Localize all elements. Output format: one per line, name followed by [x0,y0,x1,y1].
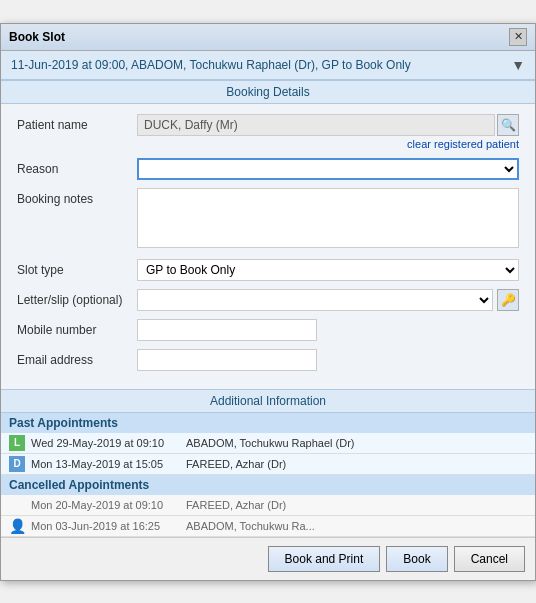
info-bar: 11-Jun-2019 at 09:00, ABADOM, Tochukwu R… [1,51,535,80]
letter-input-group: 🔑 [137,289,519,311]
past-appt-datetime-1: Wed 29-May-2019 at 09:10 [31,437,186,449]
letter-select[interactable] [137,289,493,311]
letter-icon-button[interactable]: 🔑 [497,289,519,311]
cancelled-appointments-title: Cancelled Appointments [1,475,535,495]
cancelled-appt-name-1: FAREED, Azhar (Dr) [186,499,286,511]
past-appt-datetime-2: Mon 13-May-2019 at 15:05 [31,458,186,470]
cancelled-appointment-row-2: 👤 Mon 03-Jun-2019 at 16:25 ABADOM, Tochu… [1,516,535,537]
booking-form: Patient name 🔍 clear registered patient … [1,104,535,389]
appointments-list-wrapper: Past Appointments L Wed 29-May-2019 at 0… [1,413,535,537]
cancel-button[interactable]: Cancel [454,546,525,572]
email-control [137,349,519,371]
past-appt-icon-2: D [9,456,25,472]
slot-type-row: Slot type GP to Book Only [17,259,519,281]
booking-notes-row: Booking notes [17,188,519,251]
cancelled-appt-datetime-2: Mon 03-Jun-2019 at 16:25 [31,520,186,532]
appointments-list[interactable]: Past Appointments L Wed 29-May-2019 at 0… [1,413,535,537]
close-button[interactable]: ✕ [509,28,527,46]
reason-row: Reason [17,158,519,180]
reason-label: Reason [17,158,137,176]
email-label: Email address [17,349,137,367]
patient-name-row: Patient name 🔍 clear registered patient [17,114,519,150]
past-appointment-row-2: D Mon 13-May-2019 at 15:05 FAREED, Azhar… [1,454,535,475]
mobile-field[interactable] [137,319,317,341]
past-appt-name-1: ABADOM, Tochukwu Raphael (Dr) [186,437,355,449]
additional-info-section: Additional Information Past Appointments… [1,389,535,537]
past-appointments-title: Past Appointments [1,413,535,433]
email-row: Email address [17,349,519,371]
additional-info-header: Additional Information [1,390,535,413]
book-button[interactable]: Book [386,546,447,572]
window-title: Book Slot [9,30,65,44]
letter-control: 🔑 [137,289,519,311]
past-appt-icon-1: L [9,435,25,451]
booking-notes-control [137,188,519,251]
book-and-print-button[interactable]: Book and Print [268,546,381,572]
booking-details-header: Booking Details [1,80,535,104]
booking-notes-field[interactable] [137,188,519,248]
slot-type-control: GP to Book Only [137,259,519,281]
booking-notes-label: Booking notes [17,188,137,206]
mobile-control [137,319,519,341]
patient-name-label: Patient name [17,114,137,132]
appointment-info: 11-Jun-2019 at 09:00, ABADOM, Tochukwu R… [11,58,411,72]
cancelled-appt-name-2: ABADOM, Tochukwu Ra... [186,520,315,532]
patient-name-field [137,114,495,136]
footer: Book and Print Book Cancel [1,537,535,580]
mobile-row: Mobile number [17,319,519,341]
reason-control [137,158,519,180]
reason-select[interactable] [137,158,519,180]
expand-icon[interactable]: ▼ [511,57,525,73]
past-appt-name-2: FAREED, Azhar (Dr) [186,458,286,470]
title-bar: Book Slot ✕ [1,24,535,51]
book-slot-window: Book Slot ✕ 11-Jun-2019 at 09:00, ABADOM… [0,23,536,581]
past-appointment-row: L Wed 29-May-2019 at 09:10 ABADOM, Tochu… [1,433,535,454]
slot-type-label: Slot type [17,259,137,277]
letter-label: Letter/slip (optional) [17,289,137,307]
cancelled-appointment-row-1: Mon 20-May-2019 at 09:10 FAREED, Azhar (… [1,495,535,516]
cancelled-appt-icon-1 [9,497,25,513]
patient-search-button[interactable]: 🔍 [497,114,519,136]
slot-type-select[interactable]: GP to Book Only [137,259,519,281]
cancelled-appt-icon-2: 👤 [9,518,25,534]
email-field[interactable] [137,349,317,371]
clear-registered-patient-link[interactable]: clear registered patient [137,138,519,150]
mobile-label: Mobile number [17,319,137,337]
letter-row: Letter/slip (optional) 🔑 [17,289,519,311]
patient-name-input-group: 🔍 [137,114,519,136]
cancelled-appt-datetime-1: Mon 20-May-2019 at 09:10 [31,499,186,511]
patient-name-control: 🔍 clear registered patient [137,114,519,150]
